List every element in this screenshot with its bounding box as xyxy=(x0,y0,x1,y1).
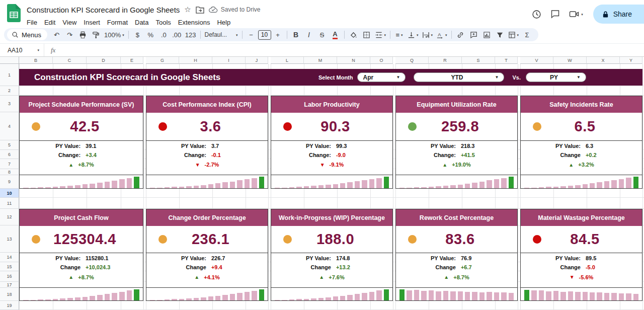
column-header-W[interactable]: W xyxy=(553,57,587,64)
row-header-4[interactable]: 4 xyxy=(0,112,19,140)
row-header-5[interactable]: 5 xyxy=(0,140,19,150)
row-header-6[interactable]: 6 xyxy=(0,150,19,159)
menu-view[interactable]: View xyxy=(59,17,80,28)
spark-bar xyxy=(259,177,264,188)
column-header-H[interactable]: H xyxy=(179,57,212,64)
menu-extensions[interactable]: Extensions xyxy=(175,17,214,28)
insert-comment-button[interactable] xyxy=(467,29,480,40)
sheets-logo-icon[interactable] xyxy=(7,4,21,24)
month-dropdown[interactable]: Apr ▼ xyxy=(357,72,406,82)
menu-tools[interactable]: Tools xyxy=(152,17,174,28)
column-header-O[interactable]: O xyxy=(370,57,393,64)
menu-insert[interactable]: Insert xyxy=(80,17,104,28)
redo-button[interactable]: ↷ xyxy=(63,29,76,40)
increase-decimal-button[interactable]: .00 xyxy=(171,29,183,40)
column-header-V[interactable]: V xyxy=(520,57,553,64)
create-filter-button[interactable] xyxy=(494,29,506,40)
row-header-1[interactable]: 1 xyxy=(0,64,19,86)
row-header-12[interactable]: 12 xyxy=(0,209,19,225)
comment-history-icon[interactable] xyxy=(550,9,560,19)
zoom-select[interactable]: 100% ▾ xyxy=(103,29,126,40)
column-header-S[interactable]: S xyxy=(462,57,495,64)
row-header-14[interactable]: 14 xyxy=(0,253,19,262)
row-header-11[interactable]: 11 xyxy=(0,198,19,209)
column-header-D[interactable]: D xyxy=(87,57,121,64)
currency-format-button[interactable]: $ xyxy=(131,29,144,40)
row-header-8[interactable]: 8 xyxy=(0,169,19,175)
row-header-17[interactable]: 17 xyxy=(0,282,19,288)
menu-file[interactable]: File xyxy=(23,17,41,28)
version-history-icon[interactable] xyxy=(531,9,542,20)
column-header-N[interactable]: N xyxy=(337,57,370,64)
meet-camera-icon[interactable]: ▾ xyxy=(569,9,583,19)
row-header-2[interactable]: 2 xyxy=(0,86,19,96)
doc-title[interactable]: Construction KPI Scorecard in Google She… xyxy=(27,6,180,14)
insert-link-button[interactable] xyxy=(454,29,467,40)
column-header-X[interactable]: X xyxy=(587,57,620,64)
table-views-button[interactable]: ▾ xyxy=(507,29,521,40)
functions-button[interactable]: Σ xyxy=(521,29,533,40)
row-header-15[interactable]: 15 xyxy=(0,262,19,271)
column-header-Y[interactable]: Y xyxy=(620,57,642,64)
row-header-9[interactable]: 9 xyxy=(0,175,19,189)
saved-status[interactable]: Saved to Drive xyxy=(209,6,261,13)
name-box[interactable]: AA10 ▾ xyxy=(0,44,44,56)
share-button[interactable]: Share xyxy=(593,5,644,24)
compare-value: PY xyxy=(550,74,558,81)
vertical-align-button[interactable]: ▾ xyxy=(406,29,420,40)
column-header-B[interactable]: B xyxy=(19,57,53,64)
menu-data[interactable]: Data xyxy=(131,17,152,28)
italic-button[interactable]: I xyxy=(303,29,315,40)
print-button[interactable] xyxy=(76,29,89,40)
row-header-18[interactable]: 18 xyxy=(0,288,19,301)
column-header-M[interactable]: M xyxy=(304,57,337,64)
compare-dropdown[interactable]: PY ▼ xyxy=(526,72,586,82)
column-header-J[interactable]: J xyxy=(246,57,268,64)
strikethrough-button[interactable]: S xyxy=(316,29,329,40)
decrease-decimal-button[interactable]: .0 xyxy=(157,29,170,40)
column-header-I[interactable]: I xyxy=(212,57,246,64)
text-color-button[interactable]: A xyxy=(329,29,342,40)
column-header-G[interactable]: G xyxy=(146,57,179,64)
menu-help[interactable]: Help xyxy=(213,17,234,28)
row-header-10[interactable]: 10 xyxy=(0,189,19,198)
percent-format-button[interactable]: % xyxy=(144,29,157,40)
period-dropdown[interactable]: YTD ▼ xyxy=(414,72,504,82)
borders-button[interactable] xyxy=(360,29,373,40)
menus-search-button[interactable]: Menus xyxy=(7,29,47,40)
text-rotation-button[interactable]: A ▾ xyxy=(435,29,449,40)
row-header-19[interactable]: 19 xyxy=(0,301,19,310)
row-header-7[interactable]: 7 xyxy=(0,159,19,169)
insert-chart-button[interactable] xyxy=(480,29,493,40)
paint-format-button[interactable] xyxy=(90,29,102,40)
spark-bar xyxy=(458,185,463,188)
horizontal-align-button[interactable]: ≡ ▾ xyxy=(393,29,406,40)
column-header-E[interactable]: E xyxy=(121,57,143,64)
column-header-T[interactable]: T xyxy=(495,57,518,64)
column-header-L[interactable]: L xyxy=(271,57,304,64)
bold-button[interactable]: B xyxy=(290,29,302,40)
number-format-button[interactable]: 123 xyxy=(184,29,198,40)
column-header-C[interactable]: C xyxy=(53,57,87,64)
star-icon[interactable]: ☆ xyxy=(184,5,191,14)
py-value-row: PY Value:115280.1 xyxy=(20,253,143,263)
row-header-16[interactable]: 16 xyxy=(0,271,19,282)
row-header-3[interactable]: 3 xyxy=(0,96,19,112)
text-wrap-button[interactable]: ▾ xyxy=(421,29,435,40)
row-header-13[interactable]: 13 xyxy=(0,225,19,253)
column-header-R[interactable]: R xyxy=(429,57,462,64)
menu-edit[interactable]: Edit xyxy=(41,17,59,28)
formula-input[interactable] xyxy=(62,44,644,56)
menu-format[interactable]: Format xyxy=(104,17,131,28)
fill-color-button[interactable] xyxy=(347,29,360,40)
font-size-input[interactable]: 10 xyxy=(258,30,271,40)
merge-cells-button[interactable]: ▾ xyxy=(373,29,388,40)
select-all-corner[interactable] xyxy=(0,57,19,64)
trend-arrow-icon: ▲ xyxy=(444,274,449,280)
column-header-Q[interactable]: Q xyxy=(395,57,429,64)
undo-button[interactable]: ↶ xyxy=(50,29,63,40)
increase-font-size-button[interactable]: + xyxy=(272,29,284,40)
font-family-select[interactable]: Defaul... ▾ xyxy=(203,29,239,40)
decrease-font-size-button[interactable]: − xyxy=(245,29,258,40)
move-folder-icon[interactable] xyxy=(196,6,204,14)
